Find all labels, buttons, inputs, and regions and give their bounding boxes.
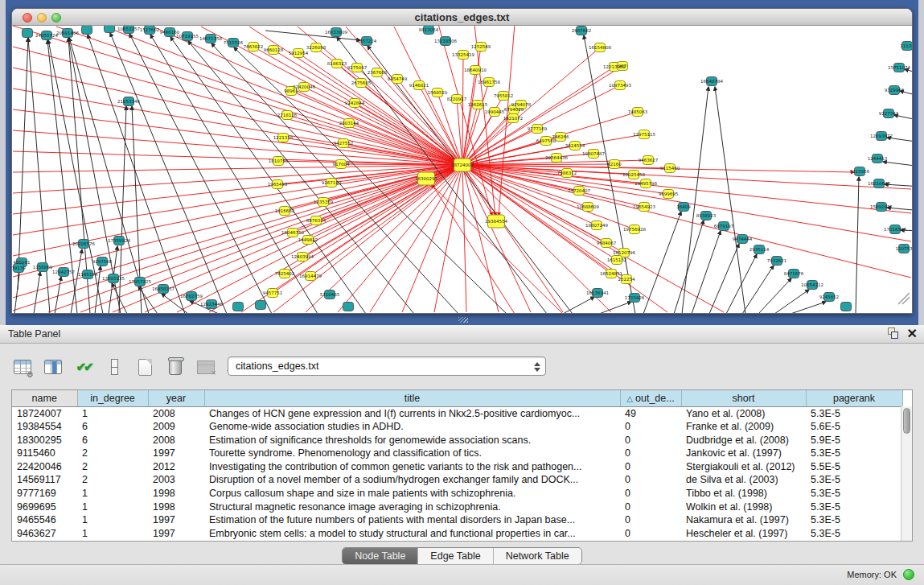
float-panel-icon[interactable]: [887, 328, 899, 340]
table-cell[interactable]: 1: [77, 527, 148, 541]
table-cell[interactable]: 1998: [148, 487, 204, 501]
table-cell[interactable]: 0: [620, 527, 681, 541]
table-cell[interactable]: 1998: [148, 501, 204, 514]
column-header-pagerank[interactable]: pagerank: [806, 390, 902, 406]
table-cell[interactable]: 9777169: [12, 487, 77, 501]
table-cell[interactable]: 18300295: [12, 434, 77, 447]
table-cell[interactable]: 6: [77, 420, 148, 434]
table-row[interactable]: 1938455462009Genome-wide association stu…: [12, 420, 902, 434]
table-cell[interactable]: de Silva et al. (2003): [681, 473, 806, 487]
table-cell[interactable]: Investigating the contribution of common…: [204, 460, 620, 474]
column-visibility-icon[interactable]: [42, 356, 64, 378]
table-cell[interactable]: 0: [620, 420, 681, 434]
delete-table-icon[interactable]: [195, 356, 217, 378]
table-cell[interactable]: Embryonic stem cells: a model to study s…: [204, 527, 620, 541]
table-row[interactable]: 1872400712008Changes of HCN gene express…: [12, 406, 902, 420]
table-cell[interactable]: 1: [77, 513, 148, 527]
tab-network-table[interactable]: Network Table: [494, 548, 581, 564]
window-resize-grip[interactable]: [902, 297, 910, 304]
table-cell[interactable]: 49: [620, 406, 681, 420]
table-cell[interactable]: 6: [77, 434, 148, 447]
table-cell[interactable]: 5.3E-5: [806, 447, 902, 460]
table-cell[interactable]: 0: [620, 434, 681, 447]
table-cell[interactable]: Tibbo et al. (1998): [681, 487, 806, 501]
table-row[interactable]: 977716911998Corpus callosum shape and si…: [12, 487, 902, 501]
column-header-out-de-[interactable]: △out_de...: [620, 390, 681, 406]
table-cell[interactable]: 0: [620, 473, 681, 487]
select-all-icon[interactable]: ✔✔: [72, 356, 95, 378]
table-cell[interactable]: 2008: [148, 434, 204, 447]
table-cell[interactable]: Changes of HCN gene expression and I(f) …: [204, 406, 620, 420]
table-cell[interactable]: Stergiakouli et al. (2012): [681, 460, 806, 474]
table-cell[interactable]: 9699695: [12, 501, 77, 514]
table-cell[interactable]: 0: [620, 487, 681, 501]
column-header-name[interactable]: name: [12, 390, 77, 406]
table-cell[interactable]: Nakamura et al. (1997): [681, 513, 806, 527]
table-cell[interactable]: 0: [620, 501, 681, 514]
table-cell[interactable]: Estimation of significance thresholds fo…: [204, 434, 620, 447]
table-cell[interactable]: Estimation of the future numbers of pati…: [204, 513, 620, 527]
table-cell[interactable]: 5.3E-5: [806, 406, 902, 420]
table-cell[interactable]: 14569117: [12, 473, 77, 487]
zoom-window-button[interactable]: [51, 13, 61, 23]
column-header-title[interactable]: title: [204, 390, 620, 406]
table-cell[interactable]: 2003: [148, 473, 204, 487]
table-cell[interactable]: 22420046: [12, 460, 77, 474]
network-view-window[interactable]: citations_edges.txt 18724007183002951938…: [11, 8, 913, 314]
scrollbar-thumb[interactable]: [903, 408, 910, 434]
delete-icon[interactable]: [164, 356, 187, 378]
network-graph-canvas[interactable]: 1872400718300295193845542405572420691406…: [12, 26, 912, 313]
table-row[interactable]: 969969511998Structural magnetic resonanc…: [12, 501, 902, 514]
tab-node-table[interactable]: Node Table: [343, 548, 418, 564]
table-cell[interactable]: 5.6E-5: [806, 420, 902, 434]
table-cell[interactable]: 9115460: [12, 447, 77, 460]
table-cell[interactable]: 9463627: [12, 527, 77, 541]
table-cell[interactable]: 18724007: [12, 406, 77, 420]
new-file-icon[interactable]: [133, 356, 156, 378]
table-selector-dropdown[interactable]: citations_edges.txt: [228, 356, 546, 376]
table-cell[interactable]: 2008: [148, 406, 204, 420]
panel-divider-handle[interactable]: [458, 317, 468, 323]
table-cell[interactable]: 5.3E-5: [806, 501, 902, 514]
table-row[interactable]: 2242004622012Investigating the contribut…: [12, 460, 902, 474]
table-cell[interactable]: Jankovic et al. (1997): [681, 447, 806, 460]
graph-node[interactable]: [23, 29, 33, 38]
table-cell[interactable]: Yano et al. (2008): [681, 406, 806, 420]
citation-network-graph[interactable]: 1872400718300295193845542405572420691406…: [12, 26, 912, 313]
graph-node[interactable]: [105, 26, 115, 33]
minimize-window-button[interactable]: [37, 13, 47, 23]
table-cell[interactable]: 19384554: [12, 420, 77, 434]
table-cell[interactable]: 5.9E-5: [806, 434, 902, 447]
table-row[interactable]: 946554611997Estimation of the future num…: [12, 513, 902, 527]
table-cell[interactable]: 0: [620, 513, 681, 527]
table-cell[interactable]: 5.3E-5: [806, 527, 902, 541]
table-cell[interactable]: 2: [77, 473, 148, 487]
close-panel-icon[interactable]: ✕: [907, 328, 918, 340]
table-cell[interactable]: 9465546: [12, 513, 77, 527]
table-cell[interactable]: Corpus callosum shape and size in male p…: [204, 487, 620, 501]
table-cell[interactable]: Tourette syndrome. Phenomenology and cla…: [204, 447, 620, 460]
table-cell[interactable]: Dudbridge et al. (2008): [681, 434, 806, 447]
table-cell[interactable]: 1: [77, 406, 148, 420]
table-cell[interactable]: 1997: [148, 527, 204, 541]
cells-icon[interactable]: [103, 356, 125, 378]
column-header-in-degree[interactable]: in_degree: [77, 390, 148, 406]
table-cell[interactable]: 0: [620, 447, 681, 460]
table-cell[interactable]: 2009: [148, 420, 204, 434]
table-row[interactable]: 1456911722003Disruption of a novel membe…: [12, 473, 902, 487]
table-cell[interactable]: Genome-wide association studies in ADHD.: [204, 420, 620, 434]
table-cell[interactable]: 5.3E-5: [806, 487, 902, 501]
table-cell[interactable]: 1997: [148, 447, 204, 460]
graph-node[interactable]: [233, 303, 244, 311]
table-cell[interactable]: 5.3E-5: [806, 513, 902, 527]
table-cell[interactable]: Franke et al. (2009): [681, 420, 806, 434]
table-cell[interactable]: Wolkin et al. (1998): [681, 501, 806, 514]
table-settings-icon[interactable]: ⚙: [11, 356, 34, 378]
graph-node[interactable]: [343, 303, 354, 311]
table-row[interactable]: 946362711997Embryonic stem cells: a mode…: [12, 527, 902, 541]
table-cell[interactable]: 2012: [148, 460, 204, 474]
table-cell[interactable]: Structural magnetic resonance image aver…: [204, 501, 620, 514]
table-cell[interactable]: 2: [77, 460, 148, 474]
graph-node[interactable]: [82, 26, 92, 35]
table-row[interactable]: 911546021997Tourette syndrome. Phenomeno…: [12, 447, 902, 460]
